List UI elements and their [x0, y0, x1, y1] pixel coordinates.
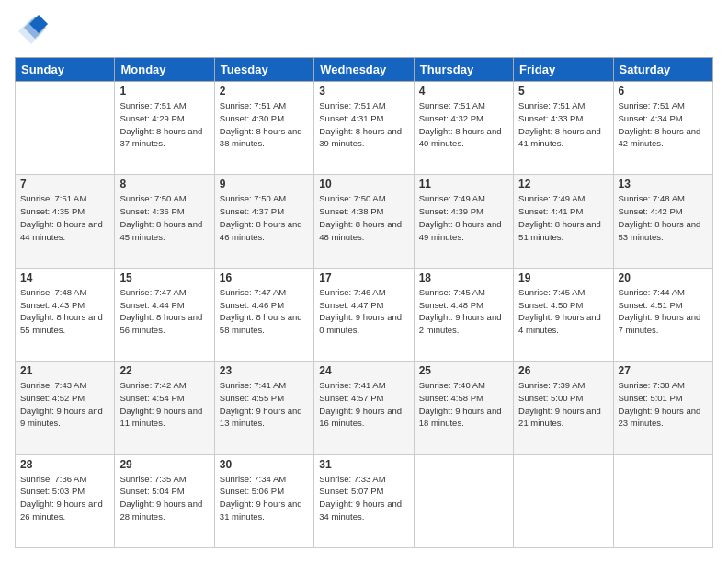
header — [15, 15, 713, 48]
day-info: Sunrise: 7:47 AMSunset: 4:46 PMDaylight:… — [220, 286, 309, 337]
day-info: Sunrise: 7:49 AMSunset: 4:41 PMDaylight:… — [518, 192, 608, 243]
day-number: 19 — [518, 271, 608, 284]
day-info: Sunrise: 7:40 AMSunset: 4:58 PMDaylight:… — [419, 379, 508, 430]
calendar-cell — [16, 82, 115, 175]
weekday-header-saturday: Saturday — [613, 58, 712, 82]
calendar-cell: 1Sunrise: 7:51 AMSunset: 4:29 PMDaylight… — [115, 82, 214, 175]
day-info: Sunrise: 7:36 AMSunset: 5:03 PMDaylight:… — [20, 473, 109, 523]
day-info: Sunrise: 7:33 AMSunset: 5:07 PMDaylight:… — [319, 473, 408, 523]
day-number: 1 — [119, 85, 209, 98]
weekday-header-row: SundayMondayTuesdayWednesdayThursdayFrid… — [16, 58, 713, 82]
day-number: 20 — [619, 271, 708, 284]
day-number: 3 — [319, 85, 408, 98]
day-number: 6 — [619, 85, 708, 98]
weekday-header-friday: Friday — [514, 58, 613, 82]
day-info: Sunrise: 7:42 AMSunset: 4:54 PMDaylight:… — [119, 379, 209, 430]
day-number: 9 — [220, 178, 309, 190]
calendar-cell: 21Sunrise: 7:43 AMSunset: 4:52 PMDayligh… — [16, 362, 115, 454]
calendar-table: SundayMondayTuesdayWednesdayThursdayFrid… — [15, 57, 713, 548]
calendar-cell — [514, 454, 613, 547]
day-number: 17 — [319, 271, 408, 284]
day-info: Sunrise: 7:41 AMSunset: 4:55 PMDaylight:… — [220, 379, 309, 430]
day-number: 16 — [220, 271, 309, 284]
day-number: 27 — [619, 364, 708, 377]
calendar-cell: 23Sunrise: 7:41 AMSunset: 4:55 PMDayligh… — [214, 362, 313, 454]
calendar-cell — [613, 454, 712, 547]
day-info: Sunrise: 7:39 AMSunset: 5:00 PMDaylight:… — [518, 379, 608, 430]
day-info: Sunrise: 7:48 AMSunset: 4:43 PMDaylight:… — [20, 286, 109, 337]
calendar-cell: 9Sunrise: 7:50 AMSunset: 4:37 PMDaylight… — [214, 175, 313, 268]
day-number: 14 — [20, 271, 109, 284]
day-number: 25 — [419, 364, 508, 377]
day-info: Sunrise: 7:50 AMSunset: 4:38 PMDaylight:… — [319, 192, 408, 243]
calendar-cell: 12Sunrise: 7:49 AMSunset: 4:41 PMDayligh… — [514, 175, 613, 268]
day-number: 18 — [419, 271, 508, 284]
day-info: Sunrise: 7:38 AMSunset: 5:01 PMDaylight:… — [619, 379, 708, 430]
week-row-1: 1Sunrise: 7:51 AMSunset: 4:29 PMDaylight… — [16, 82, 713, 175]
calendar-cell — [414, 454, 513, 547]
day-info: Sunrise: 7:51 AMSunset: 4:30 PMDaylight:… — [220, 99, 309, 150]
calendar-cell: 29Sunrise: 7:35 AMSunset: 5:04 PMDayligh… — [115, 454, 214, 547]
day-number: 15 — [119, 271, 209, 284]
day-number: 10 — [319, 178, 408, 190]
calendar-cell: 20Sunrise: 7:44 AMSunset: 4:51 PMDayligh… — [613, 268, 712, 361]
day-info: Sunrise: 7:48 AMSunset: 4:42 PMDaylight:… — [619, 192, 708, 243]
calendar-page: SundayMondayTuesdayWednesdayThursdayFrid… — [0, 0, 728, 563]
day-info: Sunrise: 7:44 AMSunset: 4:51 PMDaylight:… — [619, 286, 708, 337]
day-number: 5 — [518, 85, 608, 98]
day-number: 26 — [518, 364, 608, 377]
calendar-cell: 15Sunrise: 7:47 AMSunset: 4:44 PMDayligh… — [115, 268, 214, 361]
calendar-cell: 8Sunrise: 7:50 AMSunset: 4:36 PMDaylight… — [115, 175, 214, 268]
calendar-cell: 19Sunrise: 7:45 AMSunset: 4:50 PMDayligh… — [514, 268, 613, 361]
day-info: Sunrise: 7:46 AMSunset: 4:47 PMDaylight:… — [319, 286, 408, 337]
day-info: Sunrise: 7:49 AMSunset: 4:39 PMDaylight:… — [419, 192, 508, 243]
calendar-cell: 14Sunrise: 7:48 AMSunset: 4:43 PMDayligh… — [16, 268, 115, 361]
day-info: Sunrise: 7:45 AMSunset: 4:48 PMDaylight:… — [419, 286, 508, 337]
day-number: 30 — [220, 458, 309, 471]
calendar-cell: 10Sunrise: 7:50 AMSunset: 4:38 PMDayligh… — [314, 175, 414, 268]
day-number: 8 — [119, 178, 209, 190]
day-number: 23 — [220, 364, 309, 377]
day-info: Sunrise: 7:41 AMSunset: 4:57 PMDaylight:… — [319, 379, 408, 430]
day-number: 28 — [20, 458, 109, 471]
week-row-3: 14Sunrise: 7:48 AMSunset: 4:43 PMDayligh… — [16, 268, 713, 361]
day-number: 21 — [20, 364, 109, 377]
weekday-header-monday: Monday — [115, 58, 214, 82]
calendar-cell: 7Sunrise: 7:51 AMSunset: 4:35 PMDaylight… — [16, 175, 115, 268]
calendar-cell: 27Sunrise: 7:38 AMSunset: 5:01 PMDayligh… — [613, 362, 712, 454]
day-info: Sunrise: 7:51 AMSunset: 4:33 PMDaylight:… — [518, 99, 608, 150]
calendar-cell: 26Sunrise: 7:39 AMSunset: 5:00 PMDayligh… — [514, 362, 613, 454]
calendar-cell: 2Sunrise: 7:51 AMSunset: 4:30 PMDaylight… — [214, 82, 313, 175]
calendar-cell: 25Sunrise: 7:40 AMSunset: 4:58 PMDayligh… — [414, 362, 513, 454]
day-info: Sunrise: 7:45 AMSunset: 4:50 PMDaylight:… — [518, 286, 608, 337]
day-number: 11 — [419, 178, 508, 190]
weekday-header-tuesday: Tuesday — [214, 58, 313, 82]
calendar-cell: 4Sunrise: 7:51 AMSunset: 4:32 PMDaylight… — [414, 82, 513, 175]
calendar-cell: 18Sunrise: 7:45 AMSunset: 4:48 PMDayligh… — [414, 268, 513, 361]
day-info: Sunrise: 7:51 AMSunset: 4:35 PMDaylight:… — [20, 192, 109, 243]
day-info: Sunrise: 7:50 AMSunset: 4:37 PMDaylight:… — [220, 192, 309, 243]
calendar-cell: 31Sunrise: 7:33 AMSunset: 5:07 PMDayligh… — [314, 454, 414, 547]
day-info: Sunrise: 7:51 AMSunset: 4:32 PMDaylight:… — [419, 99, 508, 150]
weekday-header-sunday: Sunday — [16, 58, 115, 82]
day-number: 7 — [20, 178, 109, 190]
day-info: Sunrise: 7:47 AMSunset: 4:44 PMDaylight:… — [119, 286, 209, 337]
day-info: Sunrise: 7:34 AMSunset: 5:06 PMDaylight:… — [220, 473, 309, 523]
calendar-cell: 13Sunrise: 7:48 AMSunset: 4:42 PMDayligh… — [613, 175, 712, 268]
calendar-cell: 6Sunrise: 7:51 AMSunset: 4:34 PMDaylight… — [613, 82, 712, 175]
calendar-cell: 3Sunrise: 7:51 AMSunset: 4:31 PMDaylight… — [314, 82, 414, 175]
day-number: 2 — [220, 85, 309, 98]
calendar-cell: 22Sunrise: 7:42 AMSunset: 4:54 PMDayligh… — [115, 362, 214, 454]
day-info: Sunrise: 7:35 AMSunset: 5:04 PMDaylight:… — [119, 473, 209, 523]
week-row-4: 21Sunrise: 7:43 AMSunset: 4:52 PMDayligh… — [16, 362, 713, 454]
day-info: Sunrise: 7:43 AMSunset: 4:52 PMDaylight:… — [20, 379, 109, 430]
day-info: Sunrise: 7:51 AMSunset: 4:31 PMDaylight:… — [319, 99, 408, 150]
day-number: 29 — [119, 458, 209, 471]
day-number: 13 — [619, 178, 708, 190]
weekday-header-wednesday: Wednesday — [314, 58, 414, 82]
calendar-cell: 28Sunrise: 7:36 AMSunset: 5:03 PMDayligh… — [16, 454, 115, 547]
day-info: Sunrise: 7:50 AMSunset: 4:36 PMDaylight:… — [119, 192, 209, 243]
day-number: 22 — [119, 364, 209, 377]
day-number: 12 — [518, 178, 608, 190]
calendar-cell: 30Sunrise: 7:34 AMSunset: 5:06 PMDayligh… — [214, 454, 313, 547]
